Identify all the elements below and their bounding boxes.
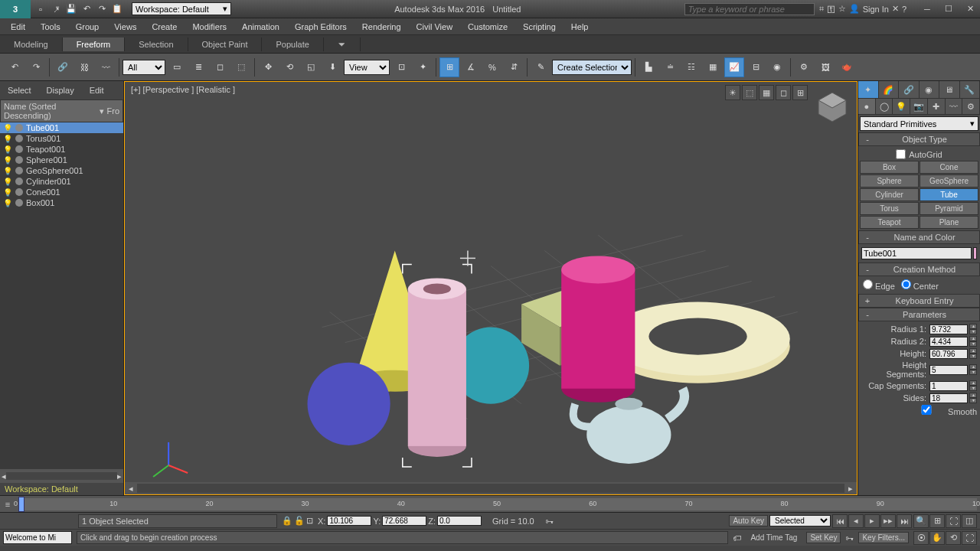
zoom-all-button[interactable]: ⊞	[929, 514, 945, 528]
favorites-icon[interactable]: ☆	[838, 4, 846, 14]
color-swatch[interactable]	[973, 247, 977, 259]
key-icon[interactable]: 🗝	[845, 533, 854, 543]
ribbon-tab-selection[interactable]: Selection	[125, 37, 188, 51]
primitive-geosphere[interactable]: GeoSphere	[920, 174, 978, 187]
scene-sort-header[interactable]: Name (Sorted Descending)	[4, 102, 100, 120]
undo-icon[interactable]: ↶	[80, 2, 93, 16]
menu-scripting[interactable]: Scripting	[515, 21, 564, 33]
ribbon-overflow-icon[interactable]: ⏷	[324, 37, 361, 51]
spinner-snap-button[interactable]: ⇵	[504, 57, 524, 77]
menu-animation[interactable]: Animation	[234, 21, 287, 33]
zoom-extents-all-button[interactable]: ◫	[962, 514, 977, 528]
orbit-button[interactable]: ⟲	[946, 531, 961, 545]
helpers-subtab[interactable]: ✚	[928, 99, 946, 114]
display-tab[interactable]: 🖥	[939, 81, 960, 98]
curve-editor-button[interactable]: 📈	[724, 57, 744, 77]
visibility-icon[interactable]: 💡	[3, 156, 12, 165]
param-sides-input[interactable]	[929, 393, 968, 403]
rollout-object-type[interactable]: -Object Type	[858, 132, 980, 146]
primitive-sphere[interactable]: Sphere	[860, 174, 919, 187]
prev-frame-button[interactable]: ◂	[848, 514, 864, 528]
menu-rendering[interactable]: Rendering	[354, 21, 409, 33]
scene-item[interactable]: 💡Cylinder001	[0, 176, 123, 187]
scale-button[interactable]: ◱	[301, 57, 321, 77]
scene-item[interactable]: 💡Box001	[0, 197, 123, 208]
visibility-icon[interactable]: 💡	[3, 167, 12, 175]
object-name-input[interactable]	[861, 247, 972, 259]
geometry-category[interactable]: Standard Primitives▾	[860, 116, 978, 131]
search-input[interactable]	[684, 3, 815, 15]
freeze-icon[interactable]	[15, 167, 23, 174]
creation-edge-radio[interactable]: Edge	[863, 279, 895, 291]
spinner-down-icon[interactable]: ▾	[969, 329, 977, 334]
placement-button[interactable]: ⬇	[322, 57, 342, 77]
ribbon-tab-freeform[interactable]: Freeform	[63, 37, 126, 51]
adaptive-degradation-icon[interactable]: 🗝	[545, 517, 554, 526]
percent-snap-button[interactable]: %	[482, 57, 502, 77]
primitive-pyramid[interactable]: Pyramid	[920, 202, 978, 215]
save-icon[interactable]: 💾	[64, 2, 78, 16]
spinner-up-icon[interactable]: ▴	[969, 324, 977, 329]
menu-group[interactable]: Group	[68, 21, 107, 33]
systems-subtab[interactable]: ⚙	[962, 99, 980, 114]
autogrid-checkbox[interactable]	[896, 149, 906, 159]
zoom-button[interactable]: 🔍	[913, 514, 929, 528]
param-cseg-input[interactable]	[929, 381, 968, 391]
render-setup-button[interactable]: ⚙	[794, 57, 814, 77]
minimize-button[interactable]: ─	[917, 2, 937, 16]
timeline-config-icon[interactable]: ≡	[0, 497, 15, 511]
menu-views[interactable]: Views	[106, 21, 144, 33]
named-selection-sets[interactable]: Create Selection Se	[552, 60, 632, 75]
spinner-down-icon[interactable]: ▾	[969, 398, 977, 403]
align-button[interactable]: ≐	[660, 57, 680, 77]
toggle-ribbon-button[interactable]: ▦	[703, 57, 723, 77]
new-icon[interactable]: ▫	[34, 2, 47, 16]
spinner-up-icon[interactable]: ▴	[969, 364, 977, 370]
rollout-creation-method[interactable]: -Creation Method	[858, 262, 980, 276]
rollout-name-color[interactable]: -Name and Color	[858, 230, 980, 244]
ribbon-tab-object-paint[interactable]: Object Paint	[188, 37, 263, 51]
param-radius1-input[interactable]	[929, 324, 968, 334]
isolate-icon[interactable]: 🔓	[294, 516, 305, 526]
edit-named-sel-button[interactable]: ✎	[531, 57, 550, 77]
mirror-button[interactable]: ▙	[639, 57, 658, 77]
selection-filter[interactable]: All	[122, 60, 165, 75]
freeze-icon[interactable]	[15, 124, 23, 132]
time-tag-icon[interactable]: 🏷	[733, 533, 741, 543]
spinner-up-icon[interactable]: ▴	[969, 380, 977, 386]
exchange-icon[interactable]: ✕	[892, 4, 899, 14]
schematic-view-button[interactable]: ⊟	[746, 57, 766, 77]
unlink-button[interactable]: ⛓	[74, 57, 94, 77]
visibility-icon[interactable]: 💡	[3, 199, 12, 207]
primitive-torus[interactable]: Torus	[860, 202, 919, 215]
menu-customize[interactable]: Customize	[460, 21, 515, 33]
ribbon-tab-populate[interactable]: Populate	[262, 37, 323, 51]
create-tab[interactable]: ✦	[858, 81, 879, 98]
rendered-frame-button[interactable]: 🖼	[815, 57, 835, 77]
menu-civil-view[interactable]: Civil View	[409, 21, 460, 33]
timeline-prev-icon[interactable]: ◂	[125, 484, 137, 494]
spinner-down-icon[interactable]: ▾	[969, 341, 977, 347]
layers-button[interactable]: ☷	[681, 57, 701, 77]
scene-item[interactable]: 💡Sphere001	[0, 155, 123, 165]
spinner-down-icon[interactable]: ▾	[969, 370, 977, 375]
creation-center-radio[interactable]: Center	[901, 279, 939, 291]
hierarchy-tab[interactable]: 🔗	[899, 81, 920, 98]
param-radius2-input[interactable]	[929, 337, 968, 347]
menu-tools[interactable]: Tools	[33, 21, 68, 33]
workspace-selector[interactable]: Workspace: Default▾	[132, 2, 231, 15]
scene-item[interactable]: 💡Cone001	[0, 187, 123, 197]
manipulate-button[interactable]: ✦	[413, 57, 433, 77]
param-hseg-input[interactable]	[929, 365, 968, 375]
time-slider[interactable]	[18, 497, 24, 512]
transform-z-input[interactable]	[437, 516, 482, 526]
shapes-subtab[interactable]: ◯	[876, 99, 893, 114]
freeze-icon[interactable]	[15, 156, 23, 164]
spinner-up-icon[interactable]: ▴	[969, 348, 977, 354]
utilities-tab[interactable]: 🔧	[960, 81, 981, 98]
sign-in-button[interactable]: 👤 Sign In	[849, 4, 889, 14]
keyfilters-button[interactable]: Key Filters...	[858, 532, 909, 543]
angle-snap-button[interactable]: ∡	[461, 57, 481, 77]
menu-edit[interactable]: Edit	[3, 21, 33, 33]
freeze-icon[interactable]	[15, 178, 23, 185]
